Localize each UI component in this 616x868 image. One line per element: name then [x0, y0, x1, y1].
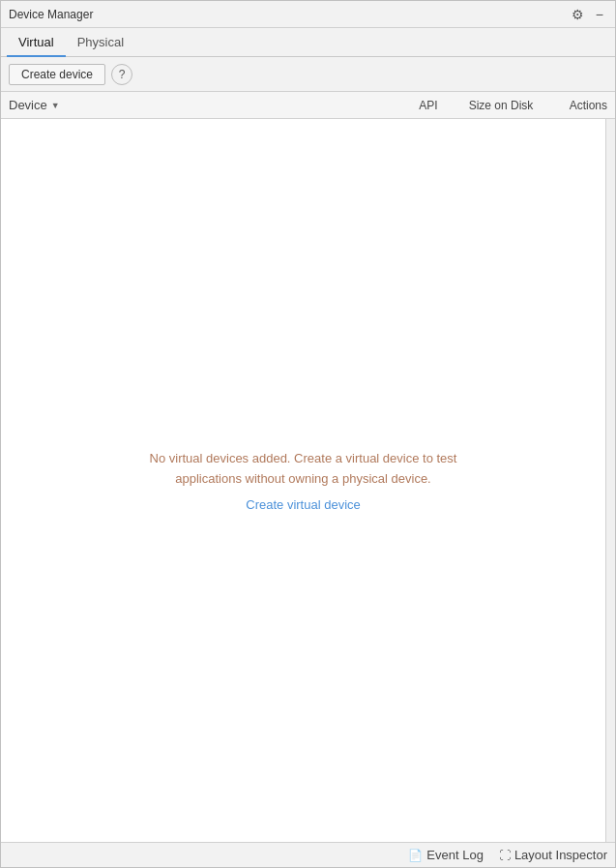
content-wrapper: No virtual devices added. Create a virtu… — [1, 119, 615, 842]
scrollbar-track — [605, 119, 615, 842]
column-size: Size on Disk — [457, 99, 544, 112]
create-virtual-device-link[interactable]: Create virtual device — [246, 497, 361, 512]
settings-button[interactable]: ⚙ — [568, 6, 588, 23]
tab-bar: Virtual Physical — [1, 28, 615, 57]
minimize-button[interactable]: − — [592, 6, 607, 23]
tab-virtual[interactable]: Virtual — [7, 29, 66, 57]
column-api: API — [399, 99, 457, 112]
status-bar: 📄 Event Log ⛶ Layout Inspector — [1, 842, 615, 867]
toolbar: Create device ? — [1, 57, 615, 92]
event-log-label: Event Log — [426, 848, 484, 862]
help-button[interactable]: ? — [111, 64, 132, 85]
column-device: Device ▼ — [9, 98, 399, 112]
tab-physical[interactable]: Physical — [66, 29, 135, 57]
app-title: Device Manager — [9, 8, 93, 21]
title-bar-controls: ⚙ − — [568, 6, 607, 23]
title-bar: Device Manager ⚙ − — [1, 1, 615, 28]
event-log-button[interactable]: 📄 Event Log — [408, 848, 484, 862]
empty-state-message: No virtual devices added. Create a virtu… — [150, 449, 457, 490]
layout-inspector-button[interactable]: ⛶ Layout Inspector — [499, 848, 607, 862]
layout-inspector-icon: ⛶ — [499, 849, 511, 862]
device-list-area: No virtual devices added. Create a virtu… — [1, 119, 605, 842]
layout-inspector-label: Layout Inspector — [514, 848, 607, 862]
column-actions: Actions — [544, 99, 607, 112]
table-header: Device ▼ API Size on Disk Actions — [1, 92, 615, 119]
sort-arrow-icon: ▼ — [51, 101, 60, 110]
create-device-button[interactable]: Create device — [9, 64, 105, 85]
event-log-icon: 📄 — [408, 849, 423, 862]
